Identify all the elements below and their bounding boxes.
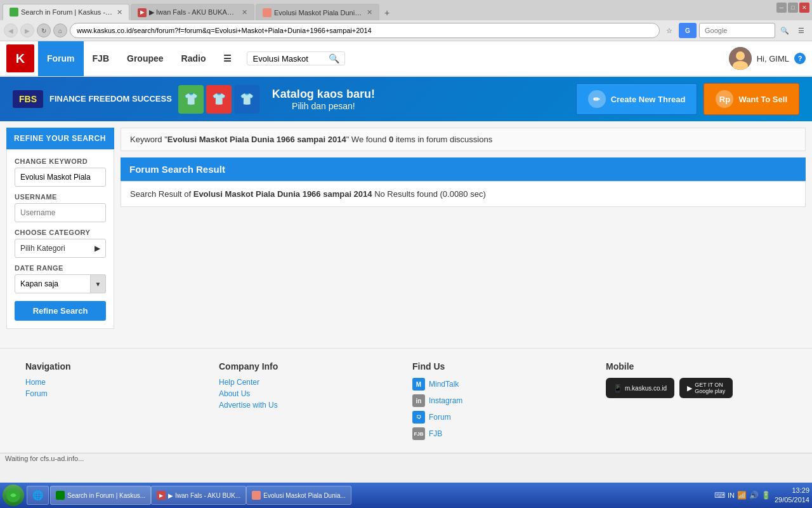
footer-mobile: Mobile 📱 m.kaskus.co.id ▶ GET IT ONGoogl…	[606, 361, 787, 440]
date-select[interactable]: Kapan saja	[15, 274, 91, 293]
footer-link-forum[interactable]: Forum	[25, 389, 206, 398]
tab-favicon-3	[263, 8, 272, 17]
nav-fjb[interactable]: FJB	[84, 41, 118, 76]
tab-favicon-1	[10, 8, 18, 17]
tab-close-2[interactable]: ✕	[242, 8, 247, 17]
browser-menu-button[interactable]: ☰	[794, 23, 808, 37]
refine-body: CHANGE KEYWORD USERNAME CHOOSE CATEGORY …	[6, 149, 114, 329]
home-button[interactable]: ⌂	[53, 23, 67, 37]
tab-1[interactable]: Search in Forum | Kaskus - ... ✕	[3, 4, 129, 20]
forward-button[interactable]: ▶	[20, 23, 34, 37]
banner-brand: FBS	[19, 94, 37, 104]
result-prefix: Search Result of	[130, 189, 193, 199]
back-button[interactable]: ◀	[4, 23, 18, 37]
footer-link-advertise[interactable]: Advertise with Us	[219, 401, 400, 410]
social-fjb[interactable]: FJB FJB	[412, 427, 593, 440]
result-area: Keyword "Evolusi Maskot Piala Dunia 1966…	[114, 128, 806, 329]
google-play-icon: ▶	[687, 384, 692, 392]
header-search-box[interactable]: 🔍	[247, 51, 345, 65]
nav-groupee[interactable]: Groupee	[118, 41, 173, 76]
browser-search-input[interactable]	[699, 23, 775, 38]
category-placeholder: Pilih Kategori	[20, 244, 65, 253]
avatar	[729, 47, 752, 70]
help-button[interactable]: ?	[794, 53, 806, 64]
forum-icon: 🗨	[412, 411, 425, 424]
banner-promo-title: Katalog kaos baru!	[272, 88, 375, 101]
bookmark-button[interactable]: ☆	[662, 23, 676, 37]
keyword-input[interactable]	[15, 168, 106, 187]
user-greeting: Hi, GIML	[757, 54, 789, 64]
google-icon: G	[679, 23, 697, 38]
browser-search-button[interactable]: 🔍	[778, 23, 792, 37]
mobile-site-button[interactable]: 📱 m.kaskus.co.id	[606, 378, 674, 398]
tab-3[interactable]: Evolusi Maskot Piala Dunia... ✕	[256, 4, 379, 20]
want-to-sell-button[interactable]: Rp Want To Sell	[704, 83, 799, 115]
nav-more[interactable]: ☰	[214, 41, 240, 76]
footer-mobile-title: Mobile	[606, 361, 787, 371]
footer: Navigation Home Forum Company Info Help …	[0, 348, 812, 453]
window-close[interactable]: ✕	[799, 3, 809, 13]
result-suffix: No Results found (0.0080 sec)	[372, 189, 486, 199]
nav-radio[interactable]: Radio	[173, 41, 215, 76]
nav-forum[interactable]: Forum	[38, 41, 84, 76]
create-thread-icon: ✏	[588, 90, 606, 108]
header-right: Hi, GIML ?	[729, 47, 806, 70]
social-links: M MindTalk in Instagram 🗨 Forum FJB FJB	[412, 378, 593, 440]
tab-2[interactable]: ▶ ▶ Iwan Fals - AKU BUKAN ... ✕	[131, 4, 254, 20]
sidebar: REFINE YOUR SEARCH CHANGE KEYWORD USERNA…	[6, 128, 114, 329]
header-search-input[interactable]	[252, 54, 329, 64]
fjb-icon: FJB	[412, 427, 425, 440]
footer-nav-title: Navigation	[25, 361, 206, 371]
banner-title: FINANCE FREEDOM SUCCESS	[49, 93, 172, 105]
new-tab-button[interactable]: +	[379, 5, 395, 20]
tab-label-1: Search in Forum | Kaskus - ...	[21, 8, 113, 16]
banner: FBS FINANCE FREEDOM SUCCESS 👕 👕 👕 Katalo…	[0, 77, 812, 121]
refine-header[interactable]: REFINE YOUR SEARCH	[6, 128, 114, 149]
summary-end: items in forum discussions	[393, 135, 492, 144]
social-instagram[interactable]: in Instagram	[412, 394, 593, 407]
date-label: DATE RANGE	[15, 264, 106, 272]
mobile-site-label: m.kaskus.co.id	[625, 385, 667, 392]
reload-button[interactable]: ↻	[37, 23, 51, 37]
banner-promo-subtitle: Pilih dan pesan!	[272, 101, 375, 111]
footer-find-us: Find Us M MindTalk in Instagram 🗨 Forum …	[412, 361, 593, 440]
footer-link-help[interactable]: Help Center	[219, 378, 400, 387]
date-select-arrow-icon[interactable]: ▼	[91, 274, 106, 293]
result-header: Forum Search Result	[121, 157, 806, 181]
window-maximize[interactable]: □	[788, 3, 798, 13]
status-bar: Waiting for cfs.u-ad.info...	[0, 453, 812, 464]
refine-search-button[interactable]: Refine Search	[15, 301, 106, 321]
tab-close-1[interactable]: ✕	[117, 8, 122, 17]
status-text: Waiting for cfs.u-ad.info...	[5, 455, 84, 462]
tab-favicon-2: ▶	[138, 8, 147, 17]
username-label: USERNAME	[15, 193, 106, 201]
sell-icon: Rp	[716, 90, 733, 108]
summary-keyword: Evolusi Maskot Piala Dunia 1966 sampai 2…	[167, 135, 346, 144]
address-bar[interactable]	[70, 23, 660, 38]
mindtalk-icon: M	[412, 378, 425, 391]
search-summary: Keyword "Evolusi Maskot Piala Dunia 1966…	[121, 128, 806, 151]
footer-link-about[interactable]: About Us	[219, 389, 400, 398]
social-mindtalk-label: MindTalk	[429, 380, 459, 389]
tab-close-3[interactable]: ✕	[367, 8, 372, 17]
category-select[interactable]: Pilih Kategori ▶	[15, 239, 106, 258]
keyword-label: CHANGE KEYWORD	[15, 157, 106, 165]
mobile-badges: 📱 m.kaskus.co.id ▶ GET IT ONGoogle play	[606, 378, 787, 398]
username-input[interactable]	[15, 203, 106, 222]
instagram-icon: in	[412, 394, 425, 407]
social-forum[interactable]: 🗨 Forum	[412, 411, 593, 424]
result-body: Search Result of Evolusi Maskot Piala Du…	[121, 181, 806, 207]
window-minimize[interactable]: ─	[776, 3, 787, 13]
footer-link-home[interactable]: Home	[25, 378, 206, 387]
category-arrow-icon: ▶	[95, 244, 100, 253]
social-mindtalk[interactable]: M MindTalk	[412, 378, 593, 391]
result-keyword: Evolusi Maskot Piala Dunia 1966 sampai 2…	[193, 189, 372, 199]
footer-company: Company Info Help Center About Us Advert…	[219, 361, 400, 440]
create-thread-button[interactable]: ✏ Create New Thread	[576, 83, 698, 115]
social-fjb-label: FJB	[429, 429, 442, 438]
footer-navigation: Navigation Home Forum	[25, 361, 206, 440]
summary-suffix: " We found	[346, 135, 389, 144]
header-search-icon[interactable]: 🔍	[329, 53, 339, 64]
google-play-button[interactable]: ▶ GET IT ONGoogle play	[679, 378, 733, 398]
main-nav: Forum FJB Groupee Radio ☰	[38, 41, 240, 76]
